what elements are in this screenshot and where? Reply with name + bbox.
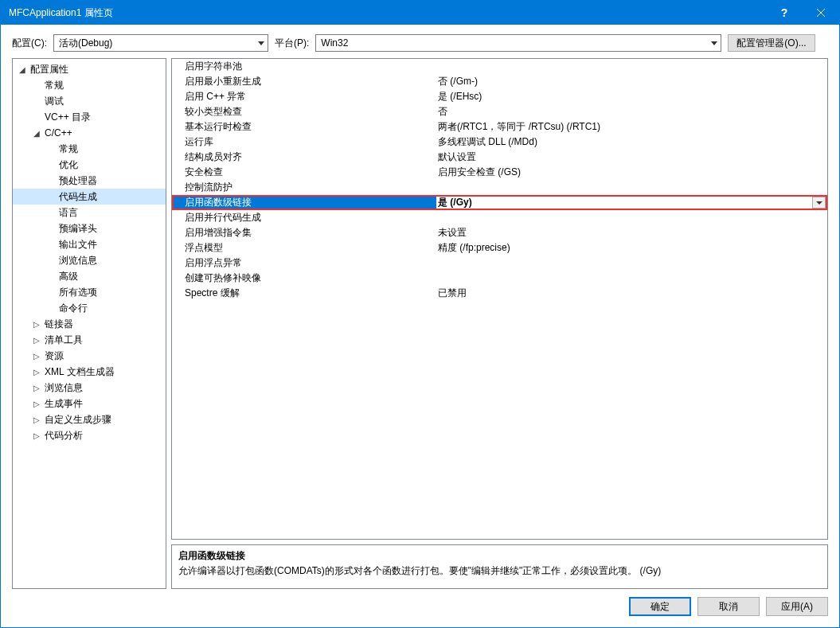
tree-node[interactable]: ▷链接器 xyxy=(13,316,166,332)
expander-closed-icon[interactable]: ▷ xyxy=(32,335,41,345)
tree-node[interactable]: 优化 xyxy=(13,157,166,173)
tree-label: 自定义生成步骤 xyxy=(45,413,111,427)
tree-node[interactable]: 命令行 xyxy=(13,300,166,316)
cancel-button[interactable]: 取消 xyxy=(697,597,760,616)
property-value[interactable]: 否 xyxy=(435,104,827,119)
expander-closed-icon[interactable]: ▷ xyxy=(32,367,41,376)
property-value[interactable]: 是 (/EHsc) xyxy=(435,89,827,104)
tree-view[interactable]: ◢配置属性常规调试VC++ 目录◢C/C++常规优化预处理器代码生成语言预编译头… xyxy=(12,58,166,589)
tree-node[interactable]: 代码生成 xyxy=(13,189,166,205)
property-value[interactable] xyxy=(435,180,827,195)
config-manager-button[interactable]: 配置管理器(O)... xyxy=(728,34,815,52)
tree-node[interactable]: 输出文件 xyxy=(13,236,166,252)
expander-closed-icon[interactable]: ▷ xyxy=(32,383,41,392)
property-grid[interactable]: 启用字符串池启用最小重新生成否 (/Gm-)启用 C++ 异常是 (/EHsc)… xyxy=(171,58,828,540)
right-pane: 启用字符串池启用最小重新生成否 (/Gm-)启用 C++ 异常是 (/EHsc)… xyxy=(171,58,828,589)
description-body: 允许编译器以打包函数(COMDATs)的形式对各个函数进行打包。要使"编辑并继续… xyxy=(178,564,821,579)
description-title: 启用函数级链接 xyxy=(178,548,821,564)
property-row[interactable]: 启用 C++ 异常是 (/EHsc) xyxy=(172,89,827,104)
property-value[interactable] xyxy=(435,255,827,271)
tree-node[interactable]: 调试 xyxy=(13,93,166,109)
tree-node[interactable]: ▷生成事件 xyxy=(13,396,166,412)
dropdown-button[interactable] xyxy=(812,197,826,209)
property-row[interactable]: 结构成员对齐默认设置 xyxy=(172,150,827,165)
tree-node[interactable]: ▷自定义生成步骤 xyxy=(13,412,166,427)
tree-node[interactable]: ▷XML 文档生成器 xyxy=(13,364,166,380)
property-row[interactable]: 控制流防护 xyxy=(172,180,827,195)
tree-node[interactable]: 语言 xyxy=(13,205,166,220)
property-row[interactable]: 浮点模型精度 (/fp:precise) xyxy=(172,240,827,255)
tree-node[interactable]: 常规 xyxy=(13,141,166,157)
expander-open-icon[interactable]: ◢ xyxy=(32,128,41,138)
expander-open-icon[interactable]: ◢ xyxy=(18,64,27,74)
property-name: 运行库 xyxy=(172,135,435,150)
property-row[interactable]: 启用增强指令集未设置 xyxy=(172,225,827,240)
property-name: 较小类型检查 xyxy=(172,104,435,119)
property-row[interactable]: Spectre 缓解已禁用 xyxy=(172,286,827,301)
property-value[interactable]: 多线程调试 DLL (/MDd) xyxy=(435,135,827,150)
help-button[interactable]: ? xyxy=(766,1,803,25)
expander-closed-icon[interactable]: ▷ xyxy=(32,351,41,361)
property-row[interactable]: 较小类型检查否 xyxy=(172,104,827,119)
property-row[interactable]: 启用浮点异常 xyxy=(172,255,827,271)
property-value[interactable]: 未设置 xyxy=(435,225,827,240)
property-row[interactable]: 启用函数级链接是 (/Gy) xyxy=(172,195,827,210)
tree-label: 所有选项 xyxy=(59,286,97,299)
tree-label: 语言 xyxy=(59,206,78,220)
tree-node[interactable]: ▷浏览信息 xyxy=(13,380,166,396)
tree-label: 浏览信息 xyxy=(59,254,97,267)
property-name: 启用 C++ 异常 xyxy=(172,89,435,104)
expander-closed-icon[interactable]: ▷ xyxy=(32,399,41,408)
platform-combo[interactable]: Win32 xyxy=(315,34,721,52)
expander-closed-icon[interactable]: ▷ xyxy=(32,431,41,440)
close-icon xyxy=(817,9,825,17)
ok-button[interactable]: 确定 xyxy=(629,597,691,616)
tree-node[interactable]: 浏览信息 xyxy=(13,252,166,268)
tree-node[interactable]: ▷资源 xyxy=(13,348,166,364)
titlebar: MFCApplication1 属性页 ? xyxy=(1,1,839,25)
tree-node[interactable]: 预处理器 xyxy=(13,173,166,189)
tree-label: 资源 xyxy=(45,349,64,363)
apply-button[interactable]: 应用(A) xyxy=(766,597,828,616)
property-value[interactable]: 否 (/Gm-) xyxy=(435,74,827,89)
tree-label: 清单工具 xyxy=(45,334,83,347)
tree-label: XML 文档生成器 xyxy=(45,365,115,379)
property-value[interactable]: 默认设置 xyxy=(435,150,827,165)
property-value[interactable] xyxy=(435,271,827,286)
property-row[interactable]: 运行库多线程调试 DLL (/MDd) xyxy=(172,135,827,150)
property-row[interactable]: 启用并行代码生成 xyxy=(172,210,827,225)
expander-closed-icon[interactable]: ▷ xyxy=(32,415,41,424)
tree-node[interactable]: ◢配置属性 xyxy=(13,61,166,77)
property-row[interactable]: 基本运行时检查两者(/RTC1，等同于 /RTCsu) (/RTC1) xyxy=(172,119,827,135)
window-title: MFCApplication1 属性页 xyxy=(9,6,113,20)
property-name: 启用函数级链接 xyxy=(174,197,436,209)
tree-node[interactable]: VC++ 目录 xyxy=(13,109,166,125)
config-combo[interactable]: 活动(Debug) xyxy=(53,34,268,52)
property-value[interactable]: 是 (/Gy) xyxy=(436,197,826,209)
property-value[interactable]: 两者(/RTC1，等同于 /RTCsu) (/RTC1) xyxy=(435,119,827,135)
property-row[interactable]: 启用字符串池 xyxy=(172,59,827,74)
close-button[interactable] xyxy=(803,1,839,25)
tree-node[interactable]: 高级 xyxy=(13,268,166,284)
property-value[interactable] xyxy=(435,210,827,225)
property-name: 控制流防护 xyxy=(172,180,435,195)
tree-node[interactable]: ▷清单工具 xyxy=(13,332,166,348)
property-row[interactable]: 安全检查启用安全检查 (/GS) xyxy=(172,165,827,180)
tree-node[interactable]: ◢C/C++ xyxy=(13,125,166,141)
chevron-down-icon xyxy=(258,41,264,45)
property-row[interactable]: 启用最小重新生成否 (/Gm-) xyxy=(172,74,827,89)
tree-node[interactable]: 常规 xyxy=(13,77,166,93)
tree-node[interactable]: ▷代码分析 xyxy=(13,427,166,443)
tree-node[interactable]: 所有选项 xyxy=(13,284,166,300)
property-row[interactable]: 创建可热修补映像 xyxy=(172,271,827,286)
property-name: 启用增强指令集 xyxy=(172,225,435,240)
property-value[interactable] xyxy=(435,59,827,74)
body: ◢配置属性常规调试VC++ 目录◢C/C++常规优化预处理器代码生成语言预编译头… xyxy=(1,58,839,589)
expander-closed-icon[interactable]: ▷ xyxy=(32,319,41,329)
tree-label: 浏览信息 xyxy=(45,381,83,395)
property-value[interactable]: 精度 (/fp:precise) xyxy=(435,240,827,255)
property-value[interactable]: 启用安全检查 (/GS) xyxy=(435,165,827,180)
property-name: 启用浮点异常 xyxy=(172,255,435,271)
property-value[interactable]: 已禁用 xyxy=(435,286,827,301)
tree-node[interactable]: 预编译头 xyxy=(13,220,166,236)
